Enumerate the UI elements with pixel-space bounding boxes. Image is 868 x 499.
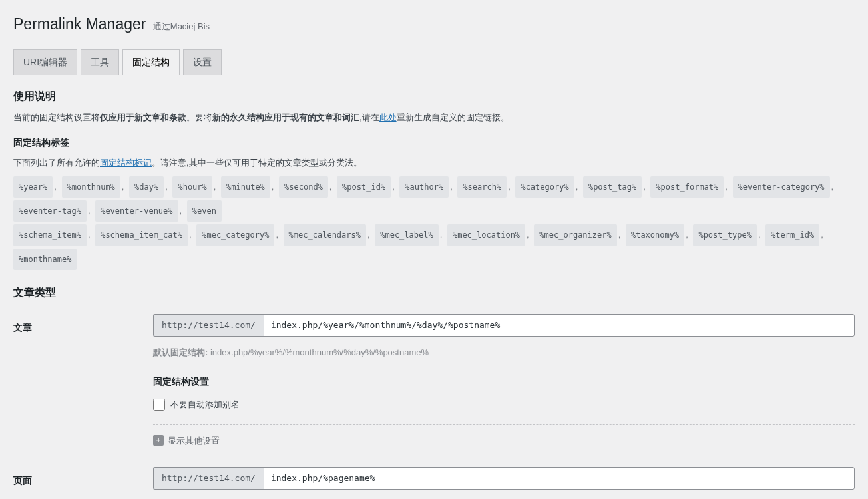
permastruct-tag: %mec_calendars%: [284, 224, 366, 246]
permastruct-tag: %hour%: [172, 176, 212, 198]
permastruct-tag: %mec_location%: [447, 224, 525, 246]
permastruct-tag: %post_tag%: [583, 176, 642, 198]
field-page: http://test14.com/ + 显示其他设置: [153, 467, 855, 499]
page-title: Permalink Manager 通过Maciej Bis: [13, 7, 855, 39]
permastruct-tag: %eventer-category%: [733, 176, 830, 198]
permastruct-tag: %post_format%: [650, 176, 724, 198]
post-types-heading: 文章类型: [13, 285, 855, 301]
default-structure-post: 默认固定结构: index.php/%year%/%monthnum%/%day…: [153, 346, 855, 359]
permastruct-tag: %mec_category%: [196, 224, 274, 246]
permastruct-tag: %minute%: [221, 176, 270, 198]
tab-uri-editor[interactable]: URI编辑器: [13, 49, 77, 75]
permastruct-tag: %category%: [515, 176, 574, 198]
permastruct-tags-heading: 固定结构标签: [13, 136, 855, 150]
tab-permastructures[interactable]: 固定结构: [122, 49, 180, 75]
permastruct-tag: %year%: [13, 176, 53, 198]
permastruct-tag: %mec_label%: [375, 224, 438, 246]
instructions-heading: 使用说明: [13, 88, 855, 104]
permastruct-tag: %term_id%: [765, 224, 819, 246]
permastruct-settings-heading: 固定结构设置: [153, 375, 855, 389]
url-prefix: http://test14.com/: [153, 314, 264, 337]
permastruct-tag: %eventer-venue%: [95, 200, 178, 222]
permastruct-tag: %schema_item_cat%: [95, 224, 188, 246]
permastruct-tag: %second%: [279, 176, 328, 198]
title-text: Permalink Manager: [13, 15, 146, 33]
permastruct-tag: %schema_item%: [13, 224, 87, 246]
plus-icon: +: [153, 435, 164, 446]
tab-settings[interactable]: 设置: [183, 49, 222, 75]
input-group-page: http://test14.com/: [153, 467, 855, 490]
tags-row2: %schema_item%, %schema_item_cat%, %mec_c…: [13, 224, 855, 273]
instructions-para1: 当前的固定结构设置将仅应用于新文章和条款。要将新的永久结构应用于现有的文章和词汇…: [13, 111, 855, 124]
permastruct-tag: %day%: [129, 176, 164, 198]
permastruct-tag: %eventer-tag%: [13, 200, 87, 222]
permastruct-tag: %post_id%: [337, 176, 391, 198]
checkbox-label-no-auto-slug[interactable]: 不要自动添加别名: [170, 398, 240, 411]
input-group-post: http://test14.com/: [153, 314, 855, 337]
permastruct-tag: %mec_organizer%: [534, 224, 616, 246]
permastruct-tag: %taxonomy%: [626, 224, 684, 246]
tab-tools[interactable]: 工具: [81, 49, 119, 75]
show-more-post[interactable]: + 显示其他设置: [153, 424, 855, 448]
permastruct-tag: %monthname%: [13, 249, 77, 270]
permastruct-tag: %monthnum%: [62, 176, 120, 198]
permastruct-tags-link[interactable]: 固定结构标记: [100, 158, 152, 168]
permastruct-input-page[interactable]: [264, 467, 855, 490]
form-table: 文章 http://test14.com/ 默认固定结构: index.php/…: [13, 314, 855, 499]
row-page: 页面 http://test14.com/ + 显示其他设置: [13, 467, 855, 499]
regenerate-link[interactable]: 此处: [379, 112, 397, 122]
field-post: http://test14.com/ 默认固定结构: index.php/%ye…: [153, 314, 855, 447]
nav-tabs: URI编辑器 工具 固定结构 设置: [13, 49, 855, 75]
permastruct-tag: %post_type%: [693, 224, 756, 246]
checkbox-no-auto-slug[interactable]: 不要自动添加别名: [153, 398, 855, 411]
label-page: 页面: [13, 467, 153, 488]
url-prefix: http://test14.com/: [153, 467, 264, 490]
permastruct-tag: %even: [187, 200, 222, 222]
row-post: 文章 http://test14.com/ 默认固定结构: index.php/…: [13, 314, 855, 447]
author-text: 通过Maciej Bis: [153, 21, 210, 31]
tags-row1: %year%, %monthnum%, %day%, %hour%, %minu…: [13, 176, 855, 225]
instructions-para2: 下面列出了所有允许的固定结构标记。请注意,其中一些仅可用于特定的文章类型或分类法…: [13, 156, 855, 170]
permastruct-tag: %author%: [399, 176, 449, 198]
label-post: 文章: [13, 314, 153, 335]
checkbox-input-no-auto-slug[interactable]: [153, 399, 165, 411]
permastruct-tag: %search%: [457, 176, 507, 198]
permastruct-input-post[interactable]: [264, 314, 855, 337]
tags-list: %year%, %monthnum%, %day%, %hour%, %minu…: [13, 176, 855, 273]
